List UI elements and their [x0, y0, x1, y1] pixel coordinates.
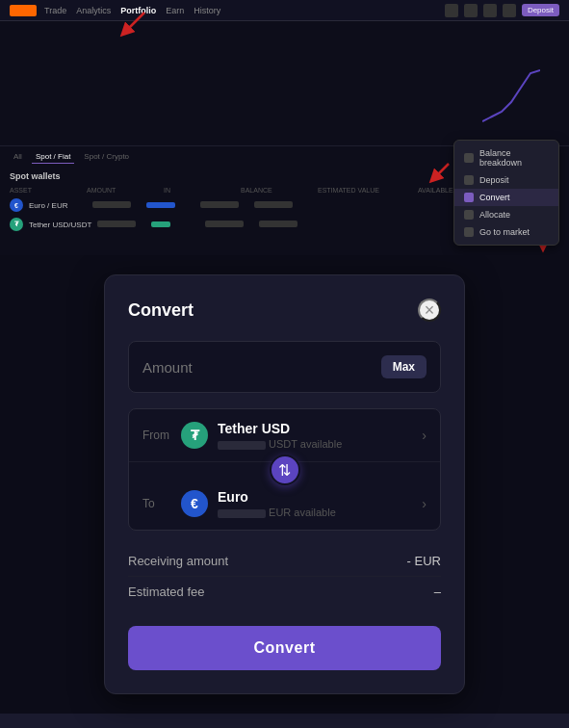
deposit-icon [464, 175, 474, 185]
nav-earn[interactable]: Earn [166, 6, 184, 15]
from-name-row: Tether USD [218, 421, 422, 436]
deposit-button[interactable]: Deposit [522, 4, 559, 16]
amount-input-container: Max [128, 341, 441, 393]
trading-background: Trade Analytics Portfolio Earn History D… [0, 0, 569, 255]
max-button[interactable]: Max [381, 355, 427, 378]
tether-name: Tether USD/USDT [29, 221, 91, 229]
dropdown-convert[interactable]: Convert [454, 189, 558, 206]
top-nav: Trade Analytics Portfolio Earn History D… [0, 0, 569, 21]
dropdown-balance-breakdown[interactable]: Balance breakdown [454, 144, 558, 171]
to-currency-info: Euro EUR available [218, 489, 422, 518]
nav-portfolio[interactable]: Portfolio [120, 6, 156, 15]
euro-balance [200, 201, 248, 210]
nav-analytics[interactable]: Analytics [76, 6, 111, 15]
info-rows: Receiving amount - EUR Estimated fee – [128, 546, 441, 607]
modal-header: Convert × [128, 299, 441, 322]
swap-button[interactable]: ⇅ [270, 455, 300, 485]
settings-icon[interactable] [483, 4, 497, 17]
context-dropdown: Balance breakdown Deposit Convert Alloca… [453, 140, 559, 246]
from-currency-info: Tether USD USDT available [218, 421, 422, 450]
grid-icon[interactable] [464, 4, 478, 17]
amount-input[interactable] [142, 359, 381, 376]
estimated-fee-row: Estimated fee – [128, 577, 441, 607]
notification-icon[interactable] [445, 4, 458, 17]
th-in: IN [164, 187, 202, 194]
th-amount: AMOUNT [87, 187, 125, 194]
tab-spot-fiat[interactable]: Spot / Fiat [32, 150, 74, 164]
nav-history[interactable]: History [194, 6, 220, 15]
receiving-amount-row: Receiving amount - EUR [128, 546, 441, 577]
dropdown-go-to-market[interactable]: Go to market [454, 223, 558, 241]
nav-logo [10, 5, 37, 16]
th-est: ESTIMATED VALUE [318, 187, 379, 194]
tether-in [151, 221, 199, 229]
tether-icon: ₮ [10, 218, 23, 231]
dropdown-allocate[interactable]: Allocate [454, 206, 558, 223]
to-chevron-icon: › [422, 496, 427, 511]
th-balance: BALANCE [241, 187, 279, 194]
tether-available [259, 221, 307, 229]
bell-icon[interactable] [503, 4, 516, 17]
dropdown-deposit[interactable]: Deposit [454, 171, 558, 189]
tether-currency-icon: ₮ [181, 422, 208, 449]
chart-icon [464, 153, 474, 163]
th-asset: ASSET [10, 187, 48, 194]
estimated-fee-value: – [434, 585, 441, 599]
from-chevron-icon: › [422, 428, 427, 443]
modal-backdrop: Convert × Max From ₮ Tether USD USDT av [0, 255, 569, 714]
tether-balance [205, 221, 253, 229]
convert-icon [464, 193, 474, 202]
nav-right: Deposit [445, 4, 559, 17]
receiving-amount-label: Receiving amount [128, 554, 228, 568]
chart-area [0, 21, 569, 146]
to-currency-name: Euro [218, 489, 248, 505]
estimated-fee-label: Estimated fee [128, 585, 205, 599]
convert-modal: Convert × Max From ₮ Tether USD USDT av [104, 274, 465, 694]
convert-button[interactable]: Convert [128, 626, 441, 670]
to-label: To [142, 497, 181, 510]
to-name-row: Euro [218, 489, 422, 505]
euro-in [146, 201, 194, 210]
euro-icon: € [10, 198, 23, 212]
to-currency-row[interactable]: To € Euro EUR available › [129, 478, 440, 530]
market-icon [464, 227, 474, 237]
modal-close-button[interactable]: × [418, 299, 441, 322]
tab-all[interactable]: All [10, 150, 26, 164]
allocate-icon [464, 210, 474, 220]
to-currency-available: EUR available [218, 507, 422, 518]
euro-amount [92, 201, 141, 210]
swap-button-container: ⇅ [129, 455, 440, 485]
spot-wallets-label: Spot wallets [10, 171, 61, 181]
swap-icon: ⇅ [278, 461, 291, 480]
tether-amount [97, 221, 145, 229]
euro-name: Euro / EUR [29, 201, 87, 210]
tab-spot-crypto[interactable]: Spot / Crypto [80, 150, 133, 164]
euro-currency-icon: € [181, 490, 208, 517]
currency-section: From ₮ Tether USD USDT available › ⇅ [128, 408, 441, 531]
chart-svg [482, 68, 540, 126]
from-currency-name: Tether USD [218, 421, 290, 436]
th-avail: AVAILABLE [418, 187, 456, 194]
from-label: From [142, 429, 181, 442]
nav-links: Trade Analytics Portfolio Earn History [44, 6, 220, 15]
receiving-amount-value: - EUR [407, 554, 441, 568]
modal-title: Convert [128, 300, 194, 321]
from-currency-available: USDT available [218, 438, 422, 450]
nav-trade[interactable]: Trade [44, 6, 66, 15]
euro-available [254, 201, 302, 210]
